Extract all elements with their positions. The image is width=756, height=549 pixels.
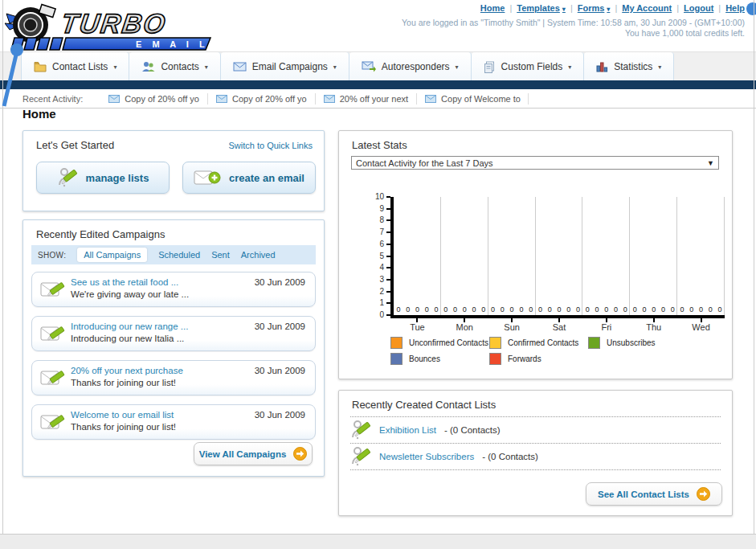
contact-list-item[interactable]: Exhibition List - (0 Contacts) — [350, 416, 721, 443]
page: TURBO E M A I L Home|Templates▾|Forms▾|M… — [0, 0, 756, 549]
campaign-date: 30 Jun 2009 — [255, 366, 305, 375]
chevron-down-icon: ▾ — [456, 64, 459, 71]
chart-gridline — [629, 197, 630, 315]
view-all-campaigns-button[interactable]: View All Campaigns — [194, 442, 313, 465]
y-axis-tick-mark — [386, 196, 390, 198]
create-an-email-button[interactable]: create an email — [182, 162, 316, 194]
campaign-filter-sent[interactable]: Sent — [211, 250, 230, 260]
bar-value-labels: 00000 — [536, 305, 583, 313]
x-axis-category-label: Thu — [638, 322, 670, 332]
bar-value-label: 0 — [548, 305, 552, 313]
header-link-help[interactable]: Help — [725, 3, 745, 13]
autoresponder-icon — [362, 61, 376, 72]
campaign-list-item[interactable]: See us at the retail food ...We're givin… — [31, 272, 316, 307]
campaign-title-link[interactable]: Introducing our new range ... — [71, 322, 188, 331]
nav-tab-email-campaigns[interactable]: Email Campaigns▾ — [221, 52, 349, 81]
y-axis-tick-mark — [386, 256, 390, 257]
recent-activity-item[interactable]: Copy of Welcome to — [417, 93, 529, 104]
envelope-icon — [233, 62, 247, 72]
bar-value-label: 0 — [633, 305, 637, 313]
bar-value-label: 0 — [510, 305, 514, 313]
chart-gridline — [582, 197, 582, 315]
bar-value-label: 0 — [491, 305, 495, 313]
link-separator: | — [509, 3, 512, 13]
header-link-logout[interactable]: Logout — [684, 3, 713, 13]
campaign-filter-all-campaigns[interactable]: All Campaigns — [77, 248, 147, 262]
campaign-title-link[interactable]: 20% off your next purchase — [71, 366, 183, 375]
nav-tab-label: Autoresponders — [382, 61, 450, 72]
bar-value-labels: 00000 — [582, 305, 630, 313]
manage-lists-button[interactable]: manage lists — [36, 162, 170, 194]
nav-tab-custom-fields[interactable]: Custom Fields▾ — [472, 52, 585, 81]
chart-gridline — [440, 197, 441, 315]
link-separator: | — [718, 3, 721, 13]
bar-value-labels: 00000 — [677, 305, 725, 313]
x-axis-category-label: Fri — [590, 322, 623, 332]
mail-small-icon — [216, 95, 227, 103]
stats-period-select[interactable]: Contact Activity for the Last 7 Days ▼ — [351, 156, 719, 170]
bar-value-label: 0 — [396, 305, 400, 313]
decor-dot-icon — [746, 2, 756, 15]
recent-activity-item[interactable]: 20% off your next — [316, 93, 417, 104]
mail-small-icon — [108, 95, 120, 103]
see-all-contact-lists-button[interactable]: See All Contact Lists — [586, 482, 722, 506]
chevron-down-icon: ▾ — [205, 64, 208, 71]
campaign-title-link[interactable]: See us at the retail food ... — [71, 277, 178, 287]
bar-value-label: 0 — [406, 305, 410, 313]
see-all-contact-lists-label: See All Contact Lists — [598, 490, 689, 499]
y-axis-tick-mark — [386, 314, 390, 316]
contact-lists-title: Recently Created Contact Lists — [352, 399, 496, 411]
campaign-list-item[interactable]: Introducing our new range ...Introducing… — [31, 316, 316, 351]
custom-fields-icon — [484, 61, 496, 73]
campaign-filter-scheduled[interactable]: Scheduled — [158, 250, 200, 260]
envelope-pencil-icon — [40, 412, 66, 436]
legend-label: Confirmed Contacts — [508, 338, 578, 347]
campaign-title-link[interactable]: Welcome to our email list — [71, 410, 174, 420]
nav-tab-autoresponders[interactable]: Autoresponders▾ — [349, 52, 472, 81]
y-axis-tick-mark — [386, 244, 390, 245]
bar-value-label: 0 — [689, 305, 693, 313]
bar-value-label: 0 — [472, 305, 476, 313]
header-link-forms[interactable]: Forms▾ — [578, 3, 611, 13]
bar-value-label: 0 — [557, 305, 561, 313]
campaign-subtitle: Introducing our new Italia ... — [71, 334, 184, 343]
switch-to-quick-links[interactable]: Switch to Quick Links — [228, 141, 313, 150]
bar-value-label: 0 — [538, 305, 542, 313]
contact-list-name-link[interactable]: Newsletter Subscribers — [379, 452, 474, 461]
nav-tab-contacts[interactable]: Contacts▾ — [129, 52, 220, 81]
legend-label: Bounces — [409, 354, 440, 363]
contact-list-item[interactable]: Newsletter Subscribers - (0 Contacts) — [350, 443, 721, 470]
nav-tab-statistics[interactable]: Statistics▾ — [584, 52, 674, 81]
recent-activity-item[interactable]: Copy of 20% off yo — [208, 93, 316, 104]
contact-list-name-link[interactable]: Exhibition List — [379, 425, 436, 435]
x-axis-category-label: Sun — [496, 322, 528, 332]
bar-value-label: 0 — [566, 305, 570, 313]
nav-tab-contact-lists[interactable]: Contact Lists▾ — [21, 52, 129, 81]
header-link-my-account[interactable]: My Account — [622, 3, 672, 13]
y-axis-tick-label: 1 — [362, 298, 384, 307]
footer-strip — [0, 534, 756, 549]
mail-small-icon — [425, 95, 436, 103]
campaign-filter-archived[interactable]: Archived — [241, 250, 276, 260]
arrow-circle-icon — [293, 447, 307, 461]
logo-title: TURBO — [59, 8, 169, 39]
bar-value-label: 0 — [415, 305, 419, 313]
person-pencil-icon — [350, 446, 371, 467]
y-axis-tick-label: 3 — [362, 275, 384, 284]
legend-entry: Unsubscribes — [588, 337, 687, 349]
header-link-templates[interactable]: Templates▾ — [517, 3, 566, 13]
nav-tab-label: Email Campaigns — [252, 61, 328, 72]
recent-activity-item[interactable]: Copy of 20% off yo — [100, 93, 208, 104]
campaign-list-item[interactable]: Welcome to our email listThanks for join… — [31, 404, 316, 440]
bar-value-label: 0 — [595, 305, 599, 313]
header-link-home[interactable]: Home — [480, 3, 505, 13]
link-separator: | — [615, 3, 617, 13]
chart-gridline — [724, 197, 725, 315]
campaign-list-item[interactable]: 20% off your next purchaseThanks for joi… — [31, 360, 316, 395]
nav-tab-label: Contact Lists — [52, 61, 108, 72]
y-axis-tick-mark — [386, 231, 390, 233]
y-axis-tick-mark — [386, 267, 390, 268]
contact-list-count: - (0 Contacts) — [444, 425, 501, 435]
navy-divider-bar — [0, 80, 756, 89]
bar-value-label: 0 — [501, 305, 505, 313]
